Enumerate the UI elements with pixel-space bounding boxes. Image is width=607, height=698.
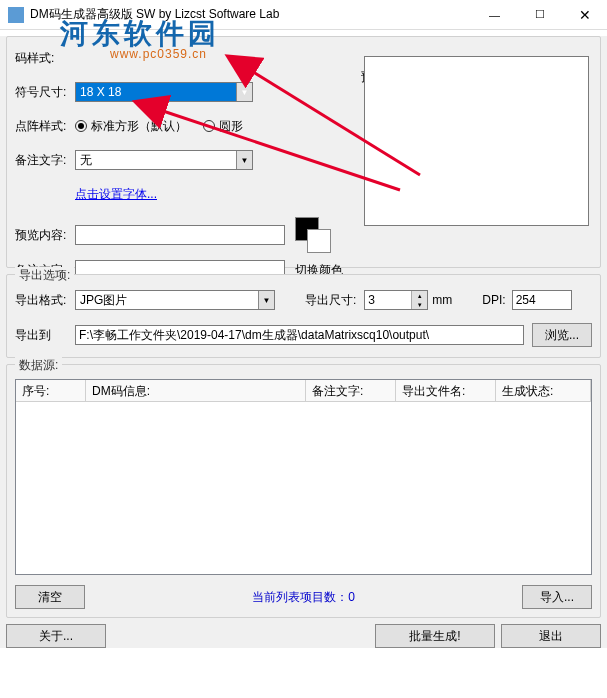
clear-button[interactable]: 清空 <box>15 585 85 609</box>
radio-circle[interactable]: 圆形 <box>203 118 243 135</box>
preview-content-label: 预览内容: <box>15 227 75 244</box>
color-swap-button[interactable] <box>295 217 331 253</box>
app-icon <box>8 7 24 23</box>
item-count-label: 当前列表项目数：0 <box>85 589 522 606</box>
code-style-label: 码样式: <box>15 50 75 67</box>
dpi-label: DPI: <box>482 293 505 307</box>
window-title: DM码生成器高级版 SW by Lizcst Software Lab <box>30 6 472 23</box>
export-path-input[interactable] <box>75 325 524 345</box>
radio-dot-icon <box>75 120 87 132</box>
remark-caption-label: 备注文字: <box>15 152 75 169</box>
preview-content-input[interactable] <box>75 225 285 245</box>
data-source-group-title: 数据源: <box>15 357 62 374</box>
remark-combo-value: 无 <box>76 152 236 169</box>
titlebar: DM码生成器高级版 SW by Lizcst Software Lab — ☐ … <box>0 0 607 30</box>
background-color-swatch <box>307 229 331 253</box>
export-format-label: 导出格式: <box>15 292 75 309</box>
radio-dot-icon <box>203 120 215 132</box>
radio-square-label: 标准方形（默认） <box>91 118 187 135</box>
chevron-down-icon: ▼ <box>236 83 252 101</box>
maximize-button[interactable]: ☐ <box>517 1 562 29</box>
dpi-input[interactable] <box>512 290 572 310</box>
export-size-spinner[interactable]: ▲▼ <box>364 290 428 310</box>
remark-combo[interactable]: 无 ▼ <box>75 150 253 170</box>
symbol-size-combo[interactable]: 18 X 18 ▼ <box>75 82 253 102</box>
col-remark[interactable]: 备注文字: <box>306 380 396 401</box>
table-body <box>16 402 591 574</box>
export-format-combo[interactable]: JPG图片 ▼ <box>75 290 275 310</box>
chevron-down-icon: ▼ <box>236 151 252 169</box>
table-header: 序号: DM码信息: 备注文字: 导出文件名: 生成状态: <box>16 380 591 402</box>
export-to-label: 导出到 <box>15 327 75 344</box>
symbol-size-value: 18 X 18 <box>76 85 236 99</box>
col-file[interactable]: 导出文件名: <box>396 380 496 401</box>
dot-style-label: 点阵样式: <box>15 118 75 135</box>
col-dm[interactable]: DM码信息: <box>86 380 306 401</box>
close-button[interactable]: ✕ <box>562 1 607 29</box>
spin-down-icon[interactable]: ▼ <box>412 300 427 309</box>
exit-button[interactable]: 退出 <box>501 624 601 648</box>
symbol-size-label: 符号尺寸: <box>15 84 75 101</box>
font-settings-link[interactable]: 点击设置字体... <box>75 186 157 203</box>
export-size-label: 导出尺寸: <box>305 292 356 309</box>
spin-up-icon[interactable]: ▲ <box>412 291 427 300</box>
col-seq[interactable]: 序号: <box>16 380 86 401</box>
radio-circle-label: 圆形 <box>219 118 243 135</box>
minimize-button[interactable]: — <box>472 1 517 29</box>
export-size-input[interactable] <box>365 291 411 309</box>
import-button[interactable]: 导入... <box>522 585 592 609</box>
data-table[interactable]: 序号: DM码信息: 备注文字: 导出文件名: 生成状态: <box>15 379 592 575</box>
radio-square[interactable]: 标准方形（默认） <box>75 118 187 135</box>
preview-image-area <box>364 56 589 226</box>
about-button[interactable]: 关于... <box>6 624 106 648</box>
export-format-value: JPG图片 <box>76 292 258 309</box>
batch-generate-button[interactable]: 批量生成! <box>375 624 495 648</box>
export-group-title: 导出选项: <box>15 267 74 284</box>
export-size-unit: mm <box>432 293 452 307</box>
chevron-down-icon: ▼ <box>258 291 274 309</box>
browse-button[interactable]: 浏览... <box>532 323 592 347</box>
col-status[interactable]: 生成状态: <box>496 380 591 401</box>
